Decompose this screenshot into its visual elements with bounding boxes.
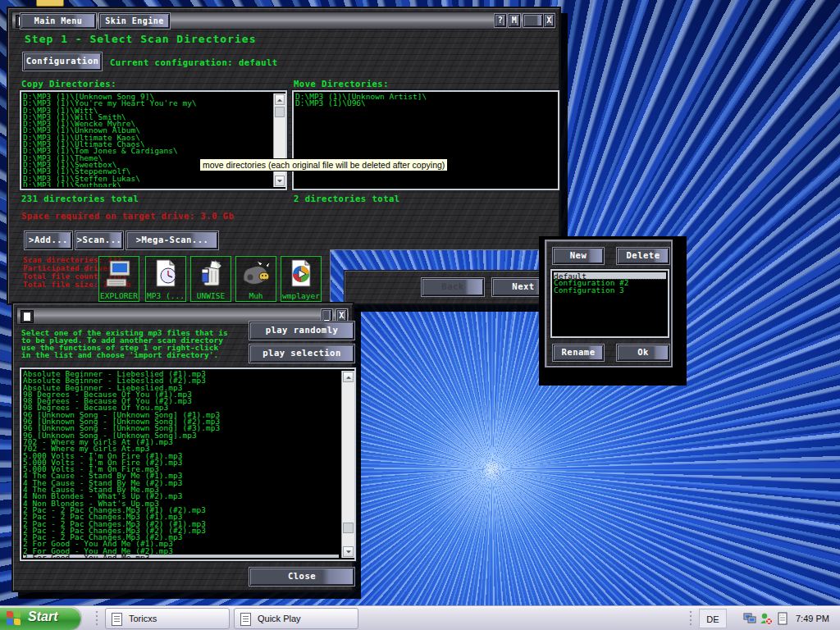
windows-logo-icon [7, 611, 21, 626]
directory-row[interactable]: D:\MP3 (1)\U96\ [295, 100, 556, 107]
scrollbar-thumb[interactable] [275, 107, 285, 117]
document-icon [240, 613, 251, 626]
taskbar-item-toricxs[interactable]: Toricxs [105, 608, 230, 629]
media-player-icon [287, 259, 315, 289]
tab-main-menu[interactable]: Main Menu [21, 13, 96, 29]
muh-shortcut[interactable]: Muh [235, 256, 276, 302]
main-window: Main Menu Skin Engine ? M X Step 1 - Sel… [7, 7, 561, 305]
language-indicator[interactable]: DE [699, 609, 727, 628]
taskbar: Start Toricxs Quick Play DE 7:49 [0, 605, 840, 630]
current-configuration-label: Current configuration: default [110, 57, 278, 67]
quicklaunch-handle[interactable] [95, 610, 100, 627]
configuration-button[interactable]: Configuration [23, 52, 102, 71]
delete-button[interactable]: Delete [617, 248, 669, 264]
config-row[interactable]: Configuration 3 [554, 286, 666, 293]
desktop-folder-icon[interactable] [36, 0, 64, 7]
tab-skin-engine[interactable]: Skin Engine [99, 13, 170, 29]
taskbar-item-quick-play[interactable]: Quick Play [234, 608, 358, 629]
mp3-shortcut[interactable]: MP3 (... [145, 256, 186, 302]
configuration-popup: New Delete defaultConfiguration #2Config… [545, 240, 673, 368]
computer-icon [103, 259, 135, 289]
file-row[interactable]: 2 For Good - You And Me.mp3 [23, 555, 339, 558]
move-total-label: 2 directories total [294, 194, 400, 203]
back-button[interactable]: Back [422, 278, 484, 296]
minimize-button[interactable]: _ [322, 309, 332, 322]
main-titlebar[interactable]: Main Menu Skin Engine ? M X [11, 11, 556, 30]
scroll-up-button[interactable] [343, 372, 354, 382]
move-directories-label: Move Directories: [294, 79, 389, 89]
mp3-file-list[interactable]: Absolute Beginner - Liebeslied (#1).mp3A… [20, 368, 356, 561]
tray-handle[interactable] [689, 610, 694, 627]
add-button[interactable]: >Add... [25, 231, 72, 249]
scroll-up-button[interactable] [275, 94, 285, 105]
tooltip: move directories (each original file wil… [199, 158, 448, 171]
configuration-list[interactable]: defaultConfiguration #2Configuration 3 [550, 269, 669, 338]
space-required-label: Space required on target drive: 3.0 Gb [21, 211, 234, 221]
play-randomly-button[interactable]: play randomly [249, 322, 354, 340]
skin-cutout: Back Next [330, 249, 559, 304]
wmplayer-shortcut[interactable]: wmplayer [281, 256, 322, 302]
copy-list-scrollbar[interactable] [273, 94, 285, 187]
document-icon [112, 613, 122, 626]
cow-icon [240, 259, 272, 289]
scroll-down-button[interactable] [343, 546, 354, 557]
minimize-button[interactable] [523, 14, 543, 27]
ok-button[interactable]: Ok [617, 345, 669, 361]
copy-directories-list[interactable]: D:\MP3 (1)\[Unknown Song 9]\D:\MP3 (1)\Y… [20, 90, 287, 190]
navigation-panel: Back Next [344, 270, 559, 304]
directory-row[interactable]: D:\MP3 (1)\Southpark\ [23, 182, 271, 187]
copy-total-label: 231 directories total [21, 194, 139, 203]
trash-icon [197, 259, 225, 289]
rename-button[interactable]: Rename [553, 345, 604, 361]
help-button[interactable]: ? [495, 14, 506, 27]
menu-button[interactable]: M [509, 14, 520, 27]
document-clock-icon [152, 259, 180, 289]
mega-scan-button[interactable]: >Mega-Scan... [126, 231, 218, 249]
player-window: _ X Select one of the existing mp3 files… [11, 302, 354, 592]
close-button[interactable]: X [544, 14, 555, 27]
scroll-down-button[interactable] [275, 176, 285, 186]
toricxs-tray-icon[interactable] [776, 612, 789, 625]
unwise-shortcut[interactable]: UNWISE [190, 256, 231, 302]
move-directories-list[interactable]: D:\MP3 (1)\[Unknown Artist]\D:\MP3 (1)\U… [292, 90, 559, 190]
clock[interactable]: 7:49 PM [796, 614, 829, 623]
instructions-text: Select one of the existing mp3 files tha… [21, 329, 228, 358]
page-title: Step 1 - Select Scan Directories [25, 33, 256, 45]
scrollbar-thumb[interactable] [343, 523, 354, 533]
messenger-offline-icon[interactable] [760, 612, 773, 625]
new-button[interactable]: New [553, 248, 604, 264]
network-icon[interactable] [743, 612, 756, 625]
scan-button[interactable]: >Scan... [75, 231, 123, 249]
play-selection-button[interactable]: play selection [249, 345, 354, 363]
start-button[interactable]: Start [0, 607, 80, 630]
explorer-shortcut[interactable]: EXPLORER [98, 256, 139, 302]
file-list-scrollbar[interactable] [341, 371, 354, 558]
configuration-popup-shadow: New Delete defaultConfiguration #2Config… [539, 236, 687, 386]
copy-directories-label: Copy Directories: [21, 79, 116, 89]
close-window-button[interactable]: Close [249, 568, 354, 586]
close-button[interactable]: X [336, 309, 347, 322]
system-tray: DE 7:49 PM [684, 606, 840, 630]
window-icon[interactable] [21, 310, 34, 323]
